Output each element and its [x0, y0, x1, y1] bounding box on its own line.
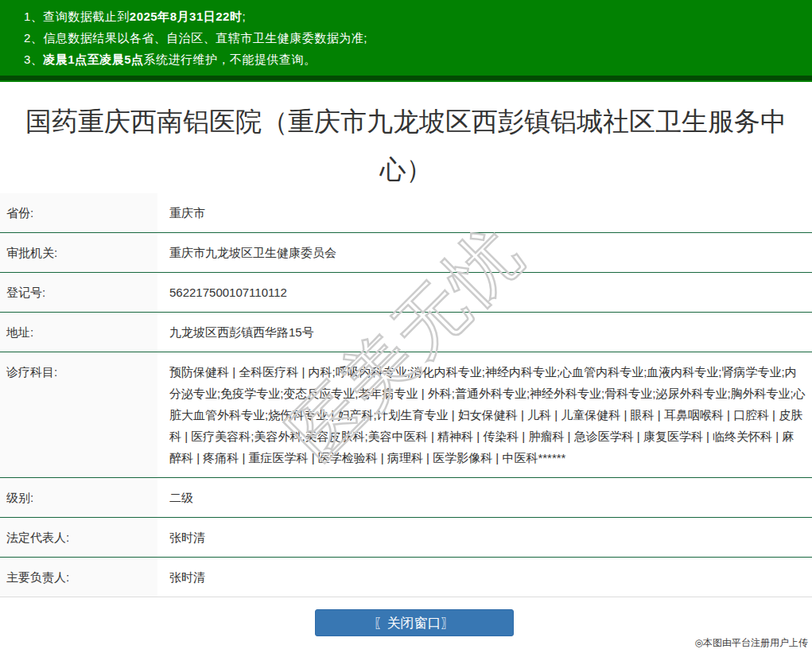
notice-number: 1、: [24, 10, 43, 23]
notice-text-bold: 2025年8月31日22时: [130, 10, 243, 23]
field-value: 重庆市: [157, 193, 812, 233]
notice-number: 2、: [24, 31, 43, 45]
table-row: 审批机关:重庆市九龙坡区卫生健康委员会: [0, 233, 812, 273]
field-label: 审批机关:: [0, 233, 157, 273]
notice-text: ;: [242, 10, 246, 23]
notice-text: 信息数据结果以各省、自治区、直辖市卫生健康委数据为准;: [43, 31, 367, 45]
button-row: 〖关闭窗口〗: [0, 609, 812, 636]
table-row: 登记号:562217500107110112: [0, 273, 812, 313]
table-row: 法定代表人:张时清: [0, 518, 812, 558]
close-window-button[interactable]: 〖关闭窗口〗: [315, 609, 514, 636]
notice-text: 查询数据截止到: [43, 10, 130, 23]
field-value: 二级: [157, 478, 812, 518]
notice-item: 2、信息数据结果以各省、自治区、直辖市卫生健康委数据为准;: [24, 27, 804, 49]
info-table: 省份:重庆市审批机关:重庆市九龙坡区卫生健康委员会登记号:56221750010…: [0, 193, 812, 597]
table-row: 省份:重庆市: [0, 193, 812, 233]
field-label: 诊疗科目:: [0, 352, 157, 478]
field-value: 562217500107110112: [157, 273, 812, 313]
field-value: 张时清: [157, 518, 812, 558]
table-row: 级别:二级: [0, 478, 812, 518]
field-label: 省份:: [0, 193, 157, 233]
table-row: 诊疗科目:预防保健科 | 全科医疗科 | 内科;呼吸内科专业;消化内科专业;神经…: [0, 352, 812, 478]
notice-item: 3、凌晨1点至凌晨5点系统进行维护，不能提供查询。: [24, 49, 804, 70]
field-label: 登记号:: [0, 273, 157, 313]
notice-bar: 1、查询数据截止到2025年8月31日22时; 2、信息数据结果以各省、自治区、…: [0, 0, 812, 80]
notice-number: 3、: [24, 52, 43, 66]
info-table-body: 省份:重庆市审批机关:重庆市九龙坡区卫生健康委员会登记号:56221750010…: [0, 193, 812, 597]
notice-text-bold: 凌晨1点至凌晨5点: [43, 52, 143, 66]
upload-credit-note: ◎本图由平台注册用户上传: [695, 636, 808, 650]
field-value: 张时清: [157, 558, 812, 597]
field-value: 预防保健科 | 全科医疗科 | 内科;呼吸内科专业;消化内科专业;神经内科专业;…: [157, 352, 812, 478]
field-label: 主要负责人:: [0, 558, 157, 597]
field-value: 九龙坡区西彭镇西华路15号: [157, 313, 812, 352]
notice-text: 系统进行维护，不能提供查询。: [144, 52, 317, 66]
page-title: 国药重庆西南铝医院（重庆市九龙坡区西彭镇铝城社区卫生服务中心）: [0, 98, 812, 193]
field-label: 法定代表人:: [0, 518, 157, 558]
table-row: 地址:九龙坡区西彭镇西华路15号: [0, 313, 812, 352]
notice-item: 1、查询数据截止到2025年8月31日22时;: [24, 6, 804, 27]
table-row: 主要负责人:张时清: [0, 558, 812, 597]
field-label: 级别:: [0, 478, 157, 518]
field-value: 重庆市九龙坡区卫生健康委员会: [157, 233, 812, 273]
field-label: 地址:: [0, 313, 157, 352]
